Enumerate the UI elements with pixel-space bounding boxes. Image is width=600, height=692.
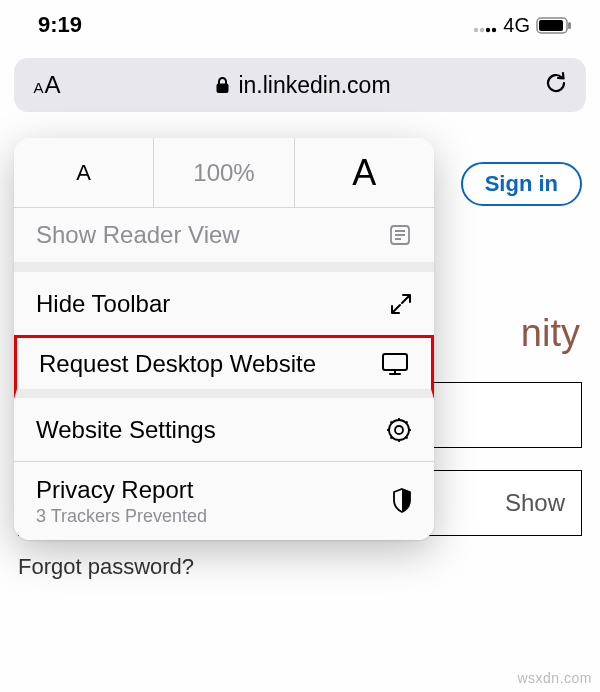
privacy-report-sub: 3 Trackers Prevented xyxy=(36,506,207,527)
show-password-toggle[interactable]: Show xyxy=(505,489,565,517)
expand-icon xyxy=(390,293,412,315)
zoom-percent[interactable]: 100% xyxy=(154,138,294,207)
svg-point-0 xyxy=(474,28,478,32)
text-size-small-a: A xyxy=(33,79,43,96)
watermark: wsxdn.com xyxy=(517,670,592,686)
svg-point-2 xyxy=(486,28,490,32)
svg-rect-7 xyxy=(217,84,229,94)
battery-icon xyxy=(536,17,572,34)
show-reader-view-label: Show Reader View xyxy=(36,221,240,249)
sign-in-button[interactable]: Sign in xyxy=(461,162,582,206)
status-bar: 9:19 4G xyxy=(0,0,600,46)
hide-toolbar-label: Hide Toolbar xyxy=(36,290,170,318)
url-bar: A A in.linkedin.com xyxy=(14,58,586,112)
shield-icon xyxy=(392,488,412,514)
svg-rect-12 xyxy=(383,354,407,370)
reload-button[interactable] xyxy=(526,70,586,100)
svg-point-1 xyxy=(480,28,484,32)
lock-icon xyxy=(215,76,230,94)
reload-icon xyxy=(543,70,569,96)
status-time: 9:19 xyxy=(38,12,82,38)
show-reader-view-item: Show Reader View xyxy=(14,208,434,272)
privacy-report-item[interactable]: Privacy Report 3 Trackers Prevented xyxy=(14,462,434,540)
zoom-out-button[interactable]: A xyxy=(14,138,154,207)
zoom-percent-label: 100% xyxy=(193,159,254,187)
zoom-in-button[interactable]: A xyxy=(295,138,434,207)
forgot-password-link[interactable]: Forgot password? xyxy=(18,554,194,580)
svg-point-16 xyxy=(395,426,403,434)
text-size-big-a: A xyxy=(45,71,61,99)
gear-icon xyxy=(386,417,412,443)
signal-icon xyxy=(473,17,497,33)
url-text: in.linkedin.com xyxy=(238,72,390,99)
zoom-row: A 100% A xyxy=(14,138,434,208)
privacy-report-label: Privacy Report xyxy=(36,476,207,504)
svg-rect-6 xyxy=(568,22,571,29)
website-settings-label: Website Settings xyxy=(36,416,216,444)
page-settings-popover: A 100% A Show Reader View Hide Toolbar R… xyxy=(14,138,434,540)
desktop-icon xyxy=(381,352,409,376)
zoom-out-icon: A xyxy=(76,160,91,186)
hide-toolbar-item[interactable]: Hide Toolbar xyxy=(14,272,434,336)
svg-point-3 xyxy=(492,28,496,32)
text-size-control[interactable]: A A xyxy=(14,71,80,99)
request-desktop-item[interactable]: Request Desktop Website xyxy=(14,335,434,399)
heading-fragment: nity xyxy=(521,312,580,355)
website-settings-item[interactable]: Website Settings xyxy=(14,398,434,462)
svg-rect-5 xyxy=(539,20,563,31)
status-right: 4G xyxy=(473,14,572,37)
url-display[interactable]: in.linkedin.com xyxy=(80,72,526,99)
reader-icon xyxy=(388,223,412,247)
network-label: 4G xyxy=(503,14,530,37)
request-desktop-label: Request Desktop Website xyxy=(39,350,316,378)
zoom-in-icon: A xyxy=(352,152,376,194)
